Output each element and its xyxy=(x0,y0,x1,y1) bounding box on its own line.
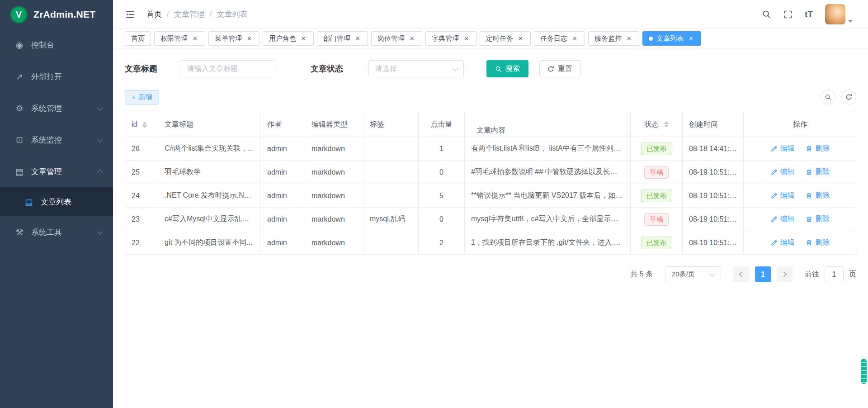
cell-id: 25 xyxy=(125,161,158,184)
tab[interactable]: 权限管理 xyxy=(154,31,205,46)
close-icon[interactable] xyxy=(300,35,307,43)
page-1-button[interactable]: 1 xyxy=(755,266,771,282)
close-icon[interactable] xyxy=(462,35,470,43)
tab[interactable]: 部门管理 xyxy=(317,31,368,46)
sidebar-item-label: 控制台 xyxy=(31,40,101,50)
delete-link[interactable]: 删除 xyxy=(806,214,830,224)
header-search-button[interactable] xyxy=(762,9,771,19)
prev-page-button[interactable] xyxy=(733,266,749,282)
status-badge: 已发布 xyxy=(641,142,672,155)
edit-link[interactable]: 编辑 xyxy=(771,191,795,200)
tab[interactable]: 字典管理 xyxy=(425,31,476,46)
column-header[interactable]: 编辑器类型 xyxy=(305,112,363,137)
add-button[interactable]: 新增 xyxy=(125,90,159,104)
column-header-label: 文章标题 xyxy=(165,120,193,128)
app-logo[interactable]: V ZrAdmin.NET xyxy=(0,0,113,29)
delete-link[interactable]: 删除 xyxy=(806,191,830,200)
column-header[interactable]: id xyxy=(125,112,158,137)
breadcrumb-item[interactable]: 首页 xyxy=(146,9,174,19)
sidebar-item[interactable]: ◉ 控制台 xyxy=(0,29,113,61)
column-header[interactable]: 点击量 xyxy=(419,112,465,137)
column-header[interactable]: 文章标题 xyxy=(158,112,261,137)
cell-status: 已发布 xyxy=(631,184,683,208)
floating-scrollbar-thumb[interactable] xyxy=(861,359,867,384)
article-status-select[interactable]: 请选择 xyxy=(368,60,464,77)
delete-link-label: 删除 xyxy=(815,144,830,153)
topbar: 首页文章管理文章列表 tT xyxy=(113,0,868,29)
column-header[interactable]: 文章内容 xyxy=(465,112,631,137)
close-icon[interactable] xyxy=(245,35,253,43)
close-icon[interactable] xyxy=(191,35,199,43)
pagination: 共 5 条 20条/页 1 前往 页 xyxy=(125,266,856,282)
sidebar-item[interactable]: ⚒ 系统工具 xyxy=(0,216,113,248)
reset-button[interactable]: 重置 xyxy=(539,60,580,77)
sort-icon[interactable] xyxy=(142,122,147,128)
delete-icon xyxy=(806,216,812,223)
tab[interactable]: 服务监控 xyxy=(588,31,639,46)
font-size-button[interactable]: tT xyxy=(805,9,813,19)
chevron-left-icon xyxy=(739,271,745,277)
edit-link[interactable]: 编辑 xyxy=(771,144,795,153)
sidebar-item[interactable]: ⚙ 系统管理 xyxy=(0,92,113,124)
user-menu[interactable] xyxy=(825,4,853,24)
edit-icon xyxy=(771,169,778,176)
close-icon[interactable] xyxy=(517,35,524,43)
sidebar-collapse-button[interactable] xyxy=(125,9,136,20)
close-icon[interactable] xyxy=(571,35,579,43)
article-title-input[interactable] xyxy=(180,60,275,77)
tab[interactable]: 菜单管理 xyxy=(208,31,259,46)
column-header[interactable]: 状态 xyxy=(631,112,683,137)
cell-status: 草稿 xyxy=(631,208,683,231)
sidebar-item-label: 系统工具 xyxy=(31,227,90,237)
close-icon[interactable] xyxy=(408,35,416,43)
delete-link[interactable]: 删除 xyxy=(806,167,830,177)
next-page-button[interactable] xyxy=(777,266,793,282)
sidebar-item[interactable]: ↗ 外部打开 xyxy=(0,61,113,92)
status-badge: 已发布 xyxy=(641,190,672,202)
avatar[interactable] xyxy=(825,4,845,24)
sidebar-item[interactable]: ▤ 文章管理 xyxy=(0,156,113,187)
delete-link[interactable]: 删除 xyxy=(806,238,830,247)
page-content: 文章标题 文章状态 请选择 搜索 xyxy=(113,48,868,408)
refresh-button[interactable] xyxy=(841,90,856,104)
tab[interactable]: 首页 xyxy=(125,31,151,46)
column-header[interactable]: 作者 xyxy=(261,112,305,137)
edit-link[interactable]: 编辑 xyxy=(771,167,795,177)
close-icon[interactable] xyxy=(625,35,633,43)
close-icon[interactable] xyxy=(354,35,362,43)
close-icon[interactable] xyxy=(687,35,695,43)
breadcrumb-item[interactable]: 文章列表 xyxy=(217,9,247,19)
tab[interactable]: 定时任务 xyxy=(480,31,531,46)
cell-title: c#写入Mysql中文显示乱码 ... xyxy=(158,208,261,231)
toolbar-right xyxy=(821,90,856,104)
edit-link[interactable]: 编辑 xyxy=(771,238,795,247)
sidebar-item[interactable]: ⊡ 系统监控 xyxy=(0,124,113,156)
sidebar-item[interactable]: ▤ 文章列表 xyxy=(0,187,113,216)
table-header-row: id 文章标题 作者 编辑器类型 xyxy=(125,112,857,137)
toggle-search-button[interactable] xyxy=(821,90,835,104)
sidebar-menu: ◉ 控制台 ↗ 外部打开 ⚙ 系统管理 ⊡ 系统监控 ▤ 文 xyxy=(0,29,113,408)
tab[interactable]: 文章列表 xyxy=(642,31,701,46)
breadcrumb-item[interactable]: 文章管理 xyxy=(174,9,217,19)
goto-suffix: 页 xyxy=(849,270,856,279)
column-header[interactable]: 标签 xyxy=(363,112,419,137)
page-size-select[interactable]: 20条/页 xyxy=(665,266,721,282)
cell-clicks: 5 xyxy=(419,184,465,208)
tools-icon: ⚒ xyxy=(14,227,24,237)
column-header[interactable]: 创建时间 xyxy=(683,112,744,137)
edit-link-label: 编辑 xyxy=(780,214,795,224)
cell-operations: 编辑 删除 xyxy=(744,184,857,208)
dashboard-icon: ◉ xyxy=(14,40,24,50)
tab[interactable]: 任务日志 xyxy=(534,31,585,46)
sort-icon[interactable] xyxy=(664,121,669,128)
column-header[interactable]: 操作 xyxy=(744,112,857,137)
goto-page-input[interactable] xyxy=(825,266,844,282)
fullscreen-button[interactable] xyxy=(783,10,793,19)
delete-link[interactable]: 删除 xyxy=(806,144,830,153)
edit-link[interactable]: 编辑 xyxy=(771,214,795,224)
sidebar: V ZrAdmin.NET ◉ 控制台 ↗ 外部打开 ⚙ 系统管理 ⊡ 系 xyxy=(0,0,113,408)
tab[interactable]: 岗位管理 xyxy=(371,31,422,46)
tab[interactable]: 用户角色 xyxy=(263,31,314,46)
app-layout: V ZrAdmin.NET ◉ 控制台 ↗ 外部打开 ⚙ 系统管理 ⊡ 系 xyxy=(0,0,868,408)
search-button[interactable]: 搜索 xyxy=(486,60,528,77)
